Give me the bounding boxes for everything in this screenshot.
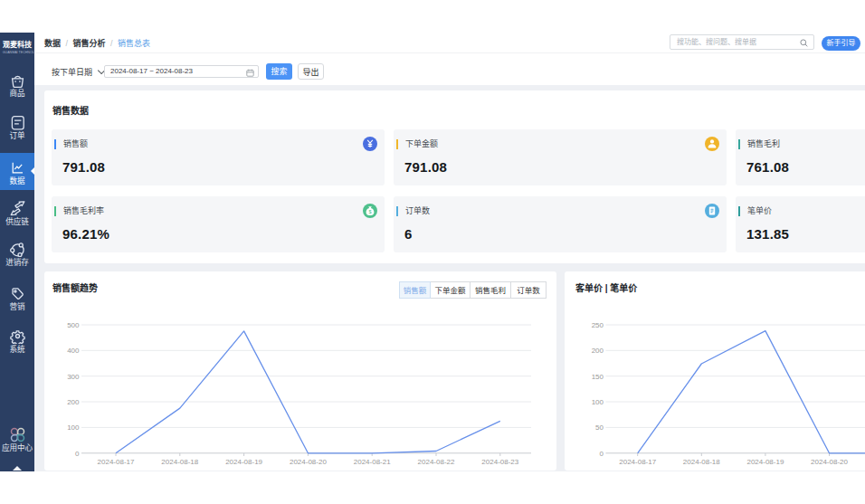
svg-text:300: 300 [67,373,80,381]
svg-text:250: 250 [592,321,604,329]
svg-text:2024-08-19: 2024-08-19 [225,458,262,466]
svg-text:500: 500 [67,321,80,329]
svg-text:2024-08-20: 2024-08-20 [290,458,327,466]
svg-text:0: 0 [600,450,604,458]
svg-text:400: 400 [67,347,80,355]
svg-text:2024-08-17: 2024-08-17 [619,458,656,466]
svg-text:2024-08-17: 2024-08-17 [98,458,135,466]
svg-text:100: 100 [67,423,80,432]
svg-text:2024-08-18: 2024-08-18 [161,458,198,466]
svg-text:200: 200 [592,347,604,355]
svg-text:150: 150 [592,373,604,381]
svg-text:2024-08-21: 2024-08-21 [354,458,391,466]
svg-text:100: 100 [592,398,604,406]
svg-text:2024-08-20: 2024-08-20 [811,458,848,466]
svg-text:200: 200 [67,398,80,406]
svg-text:2024-08-23: 2024-08-23 [481,458,518,466]
svg-text:2024-08-19: 2024-08-19 [746,458,784,466]
svg-text:2024-08-18: 2024-08-18 [683,458,720,466]
svg-text:50: 50 [595,423,604,432]
svg-text:0: 0 [75,450,80,458]
svg-text:2024-08-22: 2024-08-22 [418,458,455,466]
svg-text:$: $ [368,209,371,214]
